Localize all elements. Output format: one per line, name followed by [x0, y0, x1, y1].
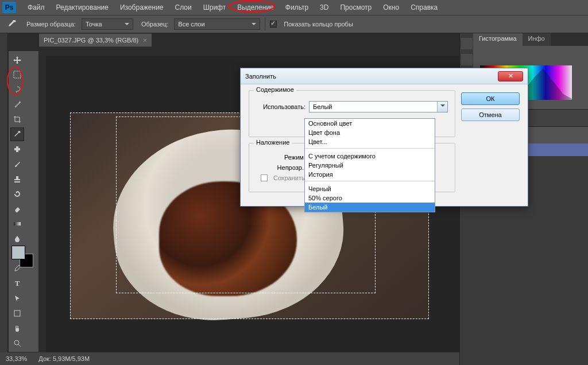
stamp-tool[interactable]: [10, 172, 24, 186]
marquee-tool[interactable]: [10, 68, 24, 81]
move-tool[interactable]: [10, 53, 24, 67]
toolbox: T: [8, 51, 39, 352]
color-swatches[interactable]: [8, 244, 39, 269]
dropdown-item[interactable]: С учетом содержимого: [305, 152, 435, 161]
ok-label: ОК: [486, 95, 495, 102]
sample-size-label: Размер образца:: [26, 21, 76, 28]
menu-view[interactable]: Просмотр: [334, 2, 377, 13]
dialog-close-button[interactable]: ✕: [498, 71, 523, 81]
menu-select[interactable]: Выделение: [231, 2, 280, 13]
menu-select-label: Выделение: [237, 3, 274, 11]
svg-point-6: [14, 340, 19, 345]
dropdown-item[interactable]: Регулярный: [305, 161, 435, 170]
svg-rect-3: [14, 222, 21, 226]
combo-dropdown-icon[interactable]: [437, 102, 447, 112]
tab-info[interactable]: Инфо: [523, 33, 551, 46]
preserve-checkbox[interactable]: [261, 174, 268, 181]
docsize: Док: 5,93M/5,93M: [38, 355, 90, 362]
app-logo: Ps: [2, 2, 16, 13]
wand-tool[interactable]: [10, 98, 24, 111]
blur-tool[interactable]: [10, 232, 24, 246]
use-value: Белый: [313, 103, 332, 110]
type-tool[interactable]: T: [10, 277, 24, 290]
mode-label: Режим:: [256, 154, 305, 161]
use-dropdown-list[interactable]: Основной цветЦвет фонаЦвет...С учетом со…: [304, 118, 435, 212]
eraser-tool[interactable]: [10, 202, 24, 216]
document-tab-label: PIC_0327.JPG @ 33,3% (RGB/8): [44, 37, 138, 44]
hand-tool[interactable]: [10, 321, 24, 335]
lasso-tool[interactable]: [10, 83, 24, 96]
content-legend: Содержимое: [254, 86, 296, 93]
menu-window[interactable]: Окно: [377, 2, 405, 13]
close-tab-icon[interactable]: ×: [143, 37, 146, 44]
menu-bar: Ps Файл Редактирование Изображение Слои …: [0, 0, 588, 15]
document-tab[interactable]: PIC_0327.JPG @ 33,3% (RGB/8) ×: [39, 34, 152, 46]
crop-tool[interactable]: [10, 112, 24, 126]
zoom-tool[interactable]: [10, 336, 24, 350]
healing-tool[interactable]: [10, 142, 24, 156]
dialog-title: Заполнить: [245, 73, 498, 80]
foreground-swatch[interactable]: [11, 246, 25, 259]
svg-rect-0: [14, 71, 21, 78]
left-dock-edge: [0, 33, 8, 365]
menu-filter[interactable]: Фильтр: [280, 2, 314, 13]
dock-icon[interactable]: [461, 54, 473, 65]
dropdown-item[interactable]: Цвет...: [305, 137, 435, 146]
sample-size-select[interactable]: Точка: [82, 18, 133, 30]
menu-image[interactable]: Изображение: [114, 2, 169, 13]
show-ring-label: Показать кольцо пробы: [284, 21, 353, 28]
sample-select[interactable]: Все слои: [174, 18, 260, 30]
cancel-button[interactable]: Отмена: [461, 108, 520, 121]
dropdown-item[interactable]: 50% серого: [305, 193, 435, 203]
options-bar: Размер образца: Точка Образец: Все слои …: [0, 15, 588, 33]
menu-help[interactable]: Справка: [405, 2, 443, 13]
document-tabs: PIC_0327.JPG @ 33,3% (RGB/8) ×: [39, 33, 152, 47]
panel-tabs: Гистограмма Инфо: [473, 33, 588, 46]
dropdown-item[interactable]: Белый: [305, 203, 435, 212]
dropdown-item[interactable]: Цвет фона: [305, 128, 435, 137]
sample-label: Образец:: [141, 21, 168, 28]
dropdown-item[interactable]: История: [305, 170, 435, 179]
svg-rect-2: [14, 148, 20, 150]
zoom-readout[interactable]: 33,33%: [6, 355, 27, 362]
show-ring-checkbox[interactable]: [270, 21, 277, 28]
gradient-tool[interactable]: [10, 217, 24, 231]
menu-file[interactable]: Файл: [22, 2, 51, 13]
menu-edit[interactable]: Редактирование: [51, 2, 114, 13]
ok-button[interactable]: ОК: [461, 92, 520, 105]
use-combobox[interactable]: Белый: [309, 101, 448, 112]
eyedropper-tool[interactable]: [10, 127, 24, 141]
use-label: Использовать:: [256, 103, 305, 110]
dropdown-item[interactable]: Черный: [305, 184, 435, 193]
brush-tool[interactable]: [10, 157, 24, 171]
history-brush-tool[interactable]: [10, 187, 24, 201]
sample-value: Все слои: [178, 21, 204, 28]
dialog-titlebar[interactable]: Заполнить ✕: [241, 68, 528, 84]
menu-layer[interactable]: Слои: [169, 2, 198, 13]
menu-3d[interactable]: 3D: [314, 2, 334, 13]
dock-icon[interactable]: [461, 38, 473, 49]
sample-size-value: Точка: [86, 21, 102, 28]
separator: [265, 18, 265, 30]
path-select-tool[interactable]: [10, 292, 24, 305]
tab-histogram[interactable]: Гистограмма: [473, 33, 523, 46]
eyedropper-tool-icon[interactable]: [6, 18, 18, 30]
svg-rect-5: [14, 310, 20, 316]
cancel-label: Отмена: [479, 111, 501, 118]
dropdown-item[interactable]: Основной цвет: [305, 119, 435, 128]
shape-tool[interactable]: [10, 306, 24, 320]
opacity-label: Непрозр.:: [256, 164, 305, 171]
menu-type[interactable]: Шрифт: [198, 2, 231, 13]
blending-legend: Наложение: [254, 139, 292, 146]
